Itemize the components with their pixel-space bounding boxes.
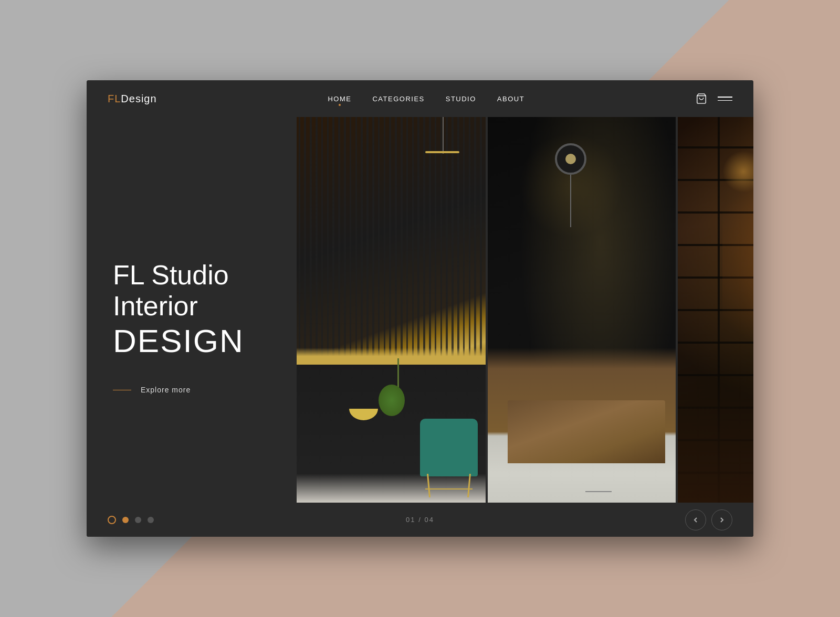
prev-arrow-icon — [692, 517, 699, 523]
bottom-bar: 01 / 04 — [87, 503, 753, 537]
chair — [415, 398, 483, 497]
image-divider-2 — [676, 117, 678, 537]
hanging-lamp-cord — [443, 117, 444, 154]
header: FLDesign HOME CATEGORIES STUDIO ABOUT — [87, 80, 753, 117]
nav-home[interactable]: HOME — [328, 95, 351, 103]
plant — [391, 358, 405, 416]
kitchen-image — [297, 117, 486, 537]
explore-label: Explore more — [141, 386, 191, 394]
lamp-shade — [555, 143, 586, 175]
plant-stem — [397, 358, 399, 390]
hamburger-menu[interactable] — [718, 97, 732, 101]
nav-arrows — [685, 509, 732, 530]
bedroom-image — [487, 117, 676, 537]
logo-highlight: FL — [108, 93, 121, 104]
slide-dot-4[interactable] — [148, 517, 154, 523]
slide-indicators — [108, 516, 154, 524]
next-arrow-icon — [719, 517, 725, 523]
cart-icon[interactable] — [696, 93, 707, 104]
prev-arrow-button[interactable] — [685, 509, 706, 530]
chair-leg-left — [427, 474, 430, 497]
slide-total: 04 — [424, 516, 434, 524]
logo[interactable]: FLDesign — [108, 93, 157, 105]
next-arrow-button[interactable] — [711, 509, 732, 530]
nav-studio[interactable]: STUDIO — [446, 95, 476, 103]
slide-dot-2[interactable] — [122, 517, 129, 523]
hero-panel: FL Studio Interior DESIGN Explore more — [87, 117, 297, 537]
slide-counter: 01 / 04 — [406, 516, 434, 524]
explore-link[interactable]: Explore more — [113, 386, 270, 394]
chair-leg-right — [467, 474, 471, 497]
hero-line1: FL Studio — [113, 260, 270, 291]
hanging-lamp-bar — [425, 151, 459, 153]
image-divider-1 — [486, 117, 488, 537]
hero-line2: Interior — [113, 291, 270, 322]
yellow-bowl — [349, 409, 378, 420]
hero-title: FL Studio Interior DESIGN — [113, 260, 270, 360]
slide-separator: / — [416, 516, 425, 524]
main-nav: HOME CATEGORIES STUDIO ABOUT — [328, 95, 524, 103]
scroll-indicator — [585, 491, 612, 492]
main-window: FLDesign HOME CATEGORIES STUDIO ABOUT FL — [87, 80, 753, 537]
nav-icons — [696, 93, 732, 104]
plant-leaves — [379, 385, 405, 416]
chair-back — [420, 419, 478, 461]
lamp-bulb — [565, 154, 576, 164]
explore-line-decoration — [113, 390, 131, 391]
hero-line3: DESIGN — [113, 322, 270, 359]
slide-dot-1[interactable] — [108, 516, 116, 524]
restaurant-image — [677, 117, 753, 537]
wall-lamp — [555, 143, 586, 227]
chair-footrest — [425, 488, 472, 490]
menu-line-1 — [718, 97, 732, 98]
main-content: FL Studio Interior DESIGN Explore more — [87, 117, 753, 537]
lamp-cord — [570, 175, 571, 227]
nav-categories[interactable]: CATEGORIES — [372, 95, 424, 103]
slide-current: 01 — [406, 516, 415, 524]
logo-rest: Design — [121, 93, 156, 104]
slide-dot-3[interactable] — [135, 517, 141, 523]
nav-about[interactable]: ABOUT — [497, 95, 524, 103]
menu-line-2 — [718, 100, 732, 101]
bed-headboard — [508, 400, 665, 463]
image-collage — [297, 117, 753, 537]
